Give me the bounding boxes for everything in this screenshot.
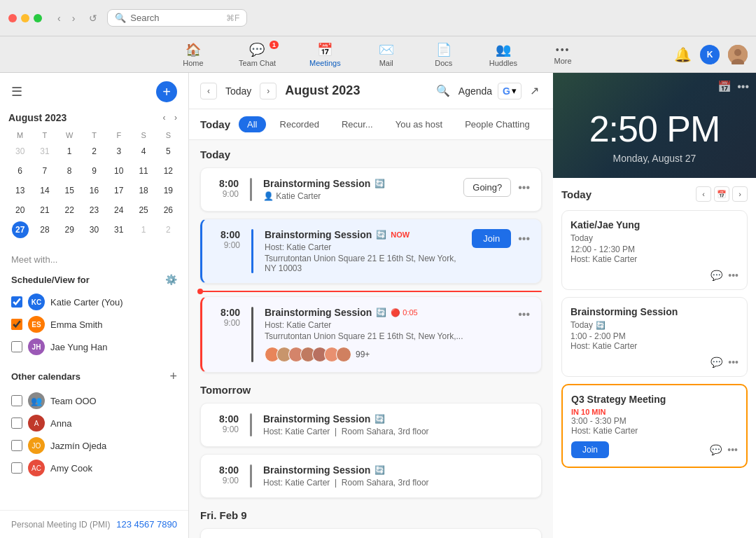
cal-day[interactable]: 10 [111, 163, 127, 179]
cal-day[interactable]: 15 [61, 182, 78, 199]
cal-day[interactable]: 1 [135, 221, 152, 238]
cal-day[interactable]: 28 [36, 221, 53, 238]
toolbar-prev-button[interactable]: ‹ [200, 83, 217, 99]
cal-day[interactable]: 11 [135, 163, 152, 179]
cal-day[interactable]: 1 [61, 143, 78, 160]
upcoming-card-katie-jae[interactable]: Katie/Jae Yung Today 12:00 - 12:30 PM Ho… [561, 210, 748, 290]
filter-tab-all[interactable]: All [239, 116, 265, 132]
cal-day[interactable]: 7 [36, 163, 53, 179]
mini-cal-next[interactable]: › [172, 111, 180, 124]
upcoming-card-brainstorm[interactable]: Brainstorming Session Today 🔄 1:00 - 2:0… [561, 297, 748, 377]
nav-home[interactable]: 🏠 Home [176, 38, 211, 71]
cal-day[interactable]: 24 [111, 202, 127, 219]
upcoming-more-icon-3[interactable]: ••• [727, 444, 738, 455]
event-card-tomorrow1[interactable]: 8:00 9:00 Brainstorming Session 🔄 Host: … [200, 403, 542, 447]
event-card-fri1[interactable]: 8:00 9:00 Brainstorming Session 🔄 Host: … [200, 528, 542, 538]
person-checkbox-katie[interactable] [11, 296, 22, 308]
cal-day[interactable]: 12 [160, 163, 176, 179]
cal-checkbox-jazmin[interactable] [11, 440, 22, 451]
search-icon-button[interactable]: 🔍 [433, 81, 453, 100]
forward-button[interactable]: › [68, 11, 80, 25]
nav-docs[interactable]: 📄 Docs [426, 38, 461, 71]
upcoming-card-q3[interactable]: Q3 Strategy Meeting IN 10 MIN 3:00 - 3:3… [561, 384, 748, 468]
cal-day[interactable]: 8 [61, 163, 78, 179]
cal-day[interactable]: 17 [111, 182, 127, 199]
add-calendar-button[interactable]: + [169, 369, 177, 384]
user-initial-badge[interactable]: K [700, 45, 720, 64]
cal-day[interactable]: 2 [160, 221, 176, 238]
back-button[interactable]: ‹ [53, 11, 65, 25]
upcoming-chat-icon-2[interactable]: 💬 [710, 357, 722, 368]
filter-tab-people-chatting[interactable]: People Chatting [456, 116, 538, 132]
cal-checkbox-team-ooo[interactable] [11, 395, 22, 406]
external-link-button[interactable]: ↗ [527, 81, 542, 100]
nav-meetings[interactable]: 📅 Meetings [304, 38, 346, 71]
upcoming-calendar-icon[interactable]: 📅 [714, 186, 729, 202]
upcoming-next-button[interactable]: › [732, 186, 748, 202]
search-box[interactable]: 🔍 Search ⌘F [107, 9, 247, 27]
upcoming-more-icon-2[interactable]: ••• [728, 357, 738, 368]
cal-day-today[interactable]: 27 [12, 221, 29, 238]
cal-day[interactable]: 4 [135, 143, 152, 160]
nav-mail[interactable]: ✉️ Mail [369, 38, 404, 71]
fullscreen-button[interactable] [34, 14, 42, 22]
cal-day[interactable]: 30 [85, 221, 102, 238]
event-card-brainstorm1[interactable]: 8:00 9:00 Brainstorming Session 🔄 👤 Kati… [200, 167, 542, 212]
minimize-button[interactable] [21, 14, 29, 22]
person-checkbox-jae[interactable] [11, 341, 22, 352]
upcoming-prev-button[interactable]: ‹ [696, 186, 711, 202]
upcoming-chat-icon-1[interactable]: 💬 [710, 270, 722, 281]
event-card-brainstorm3[interactable]: 8:00 9:00 Brainstorming Session 🔄 🔴 0:05 [200, 296, 542, 373]
upcoming-join-button-3[interactable]: Join [571, 441, 609, 458]
cal-day[interactable]: 21 [36, 202, 53, 219]
more-button-3[interactable]: ••• [517, 307, 531, 322]
toolbar-next-button[interactable]: › [260, 83, 276, 99]
time-back-button[interactable]: ↺ [85, 11, 102, 25]
pmi-number[interactable]: 123 4567 7890 [116, 519, 177, 530]
upcoming-more-icon-1[interactable]: ••• [728, 270, 738, 281]
cal-day[interactable]: 6 [12, 163, 29, 179]
cal-day[interactable]: 25 [135, 202, 152, 219]
cal-day[interactable]: 19 [160, 182, 176, 199]
cal-day[interactable]: 13 [12, 182, 29, 199]
cal-day[interactable]: 5 [160, 143, 176, 160]
cal-day[interactable]: 16 [85, 182, 102, 199]
cal-day[interactable]: 14 [36, 182, 53, 199]
add-event-button[interactable]: + [156, 81, 177, 102]
today-button[interactable]: Today [220, 83, 257, 99]
notifications-bell[interactable]: 🔔 [674, 46, 692, 63]
meet-with-section[interactable]: Meet with... [0, 247, 188, 274]
clock-calendar-icon[interactable]: 📅 [718, 80, 732, 93]
sidebar-toggle-button[interactable]: ☰ [11, 84, 22, 99]
nav-huddles[interactable]: 👥 Huddles [484, 38, 523, 71]
cal-day[interactable]: 23 [85, 202, 102, 219]
cal-day[interactable]: 31 [111, 221, 127, 238]
filter-tab-recur[interactable]: Recur... [333, 116, 382, 132]
cal-day[interactable]: 31 [36, 143, 53, 160]
nav-more[interactable]: ••• More [545, 40, 580, 69]
more-button-2[interactable]: ••• [517, 231, 531, 247]
cal-checkbox-anna[interactable] [11, 418, 22, 429]
event-card-tomorrow2[interactable]: 8:00 9:00 Brainstorming Session 🔄 Host: … [200, 454, 542, 498]
cal-day[interactable]: 9 [85, 163, 102, 179]
upcoming-chat-icon-3[interactable]: 💬 [710, 444, 722, 455]
filter-tab-you-as-host[interactable]: You as host [387, 116, 451, 132]
cal-day[interactable]: 22 [61, 202, 78, 219]
close-button[interactable] [8, 14, 17, 22]
user-photo[interactable] [728, 45, 748, 64]
cal-checkbox-amy[interactable] [11, 462, 22, 474]
join-button-2[interactable]: Join [472, 229, 511, 248]
cal-day[interactable]: 20 [12, 202, 29, 219]
more-button-1[interactable]: ••• [517, 180, 531, 195]
nav-team-chat[interactable]: 💬 Team Chat 1 [233, 38, 281, 71]
person-checkbox-emma[interactable] [11, 319, 22, 330]
google-calendar-button[interactable]: G ▾ [498, 83, 522, 99]
clock-more-icon[interactable]: ••• [737, 80, 749, 93]
cal-day[interactable]: 2 [85, 143, 102, 160]
cal-day[interactable]: 29 [61, 221, 78, 238]
view-select-button[interactable]: Agenda [458, 85, 492, 97]
cal-day[interactable]: 3 [111, 143, 127, 160]
cal-day[interactable]: 18 [135, 182, 152, 199]
settings-icon[interactable]: ⚙️ [165, 274, 177, 285]
mini-cal-prev[interactable]: ‹ [160, 111, 169, 124]
